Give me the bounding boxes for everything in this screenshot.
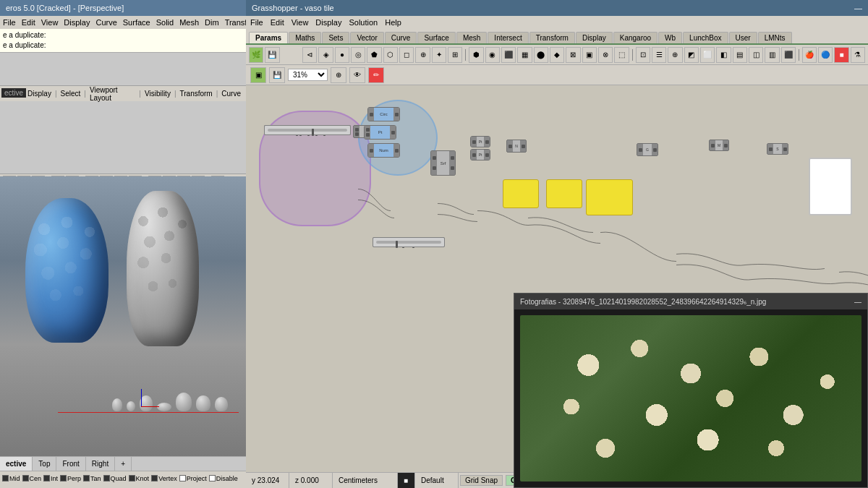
gh-icon-19[interactable]: ⊗ xyxy=(598,47,613,63)
gh-close-icon[interactable]: — xyxy=(854,4,862,12)
slider-b3[interactable] xyxy=(373,237,445,247)
menu-dimension[interactable]: Dim xyxy=(205,18,219,27)
gh-menu-view[interactable]: View xyxy=(292,18,309,27)
gh-icon-7[interactable]: ◻ xyxy=(399,47,414,63)
gh-icon-6[interactable]: ⬡ xyxy=(383,47,398,63)
gh-tab-user[interactable]: User xyxy=(729,32,757,43)
snap-knot[interactable]: Knot xyxy=(129,475,150,482)
gh-tab-lmnts[interactable]: LMNts xyxy=(758,32,792,43)
gh-zoom-fit[interactable]: ▣ xyxy=(250,67,266,83)
node-blue-1[interactable]: Circ xyxy=(367,107,400,121)
vp-tab-add[interactable]: + xyxy=(115,457,132,471)
gh-tab-sets[interactable]: Sets xyxy=(322,32,349,43)
gh-icon-16[interactable]: ◆ xyxy=(550,47,564,63)
gh-icon-25[interactable]: ⬜ xyxy=(700,47,715,63)
gh-icon-15[interactable]: ⬤ xyxy=(534,47,548,63)
gh-nav-btn[interactable]: ⊕ xyxy=(331,67,346,83)
gh-menu-help[interactable]: Help xyxy=(385,18,401,27)
gh-tab-mesh[interactable]: Mesh xyxy=(456,32,487,43)
gh-tab-display[interactable]: Display xyxy=(576,32,613,43)
gh-icon-27[interactable]: ▤ xyxy=(733,47,747,63)
tb1-viewport[interactable]: Viewport Layout xyxy=(90,86,135,102)
menu-edit[interactable]: Edit xyxy=(22,18,35,27)
gh-icon-13[interactable]: ⬛ xyxy=(501,47,516,63)
number-node-1[interactable] xyxy=(503,179,539,208)
gh-tab-intersect[interactable]: Intersect xyxy=(488,32,528,43)
gh-icon-12[interactable]: ◉ xyxy=(485,47,500,63)
gh-icon-2[interactable]: ◈ xyxy=(318,47,333,63)
gh-tab-kangaroo[interactable]: Kangaroo xyxy=(613,32,658,43)
gh-icon-28[interactable]: ◫ xyxy=(749,47,763,63)
gh-icon-20[interactable]: ⬚ xyxy=(614,47,629,63)
menu-curve[interactable]: Curve xyxy=(95,18,116,27)
gh-tab-transform[interactable]: Transform xyxy=(529,32,575,43)
gh-btn-bake[interactable]: 🌿 xyxy=(249,47,263,63)
gh-icon-31[interactable]: 🍎 xyxy=(802,47,817,63)
gh-save-btn[interactable]: 💾 xyxy=(269,67,285,83)
gh-icon-red[interactable]: ■ xyxy=(834,47,848,63)
white-output-node[interactable] xyxy=(809,158,852,215)
snap-project[interactable]: Project xyxy=(179,475,207,482)
gh-icon-4[interactable]: ◎ xyxy=(351,47,365,63)
snap-perp[interactable]: Perp xyxy=(60,475,81,482)
gh-tab-curve[interactable]: Curve xyxy=(385,32,417,43)
gh-icon-9[interactable]: ✦ xyxy=(432,47,446,63)
btn-grid-snap[interactable]: Grid Snap xyxy=(460,475,503,486)
tb1-display[interactable]: Display xyxy=(27,90,51,98)
gh-menu-solution[interactable]: Solution xyxy=(349,18,378,27)
gh-tab-lunchbox[interactable]: LunchBox xyxy=(683,32,728,43)
tb1-transform[interactable]: Transform xyxy=(180,90,213,98)
snap-vertex[interactable]: Vertex xyxy=(151,475,177,482)
snap-mid[interactable]: Mid xyxy=(2,475,20,482)
snap-int[interactable]: Int xyxy=(43,475,58,482)
gh-tab-surface[interactable]: Surface xyxy=(417,32,455,43)
gh-icon-17[interactable]: ⊠ xyxy=(566,47,580,63)
menu-view[interactable]: View xyxy=(41,18,59,27)
image-close-btn[interactable]: — xyxy=(854,298,861,306)
gh-tab-maths[interactable]: Maths xyxy=(289,32,321,43)
gh-btn-save[interactable]: 💾 xyxy=(265,47,279,63)
snap-tan[interactable]: Tan xyxy=(83,475,101,482)
gh-eye-btn[interactable]: 👁 xyxy=(349,67,365,83)
gh-icon-3[interactable]: ● xyxy=(335,47,349,63)
snap-disable[interactable]: Disable xyxy=(209,475,238,482)
gh-menu-file[interactable]: File xyxy=(250,18,263,27)
tb1-visibility[interactable]: Visibility xyxy=(145,90,171,98)
gh-icon-29[interactable]: ▥ xyxy=(765,47,779,63)
gh-icon-1[interactable]: ⊲ xyxy=(302,47,317,63)
gh-icon-26[interactable]: ◧ xyxy=(716,47,731,63)
gh-icon-23[interactable]: ⊕ xyxy=(668,47,682,63)
snap-quad[interactable]: Quad xyxy=(103,475,127,482)
node-fr-3[interactable]: G xyxy=(637,143,658,156)
tb1-select[interactable]: Select xyxy=(61,90,81,98)
gh-icon-11[interactable]: ⬢ xyxy=(469,47,483,63)
gh-icon-5[interactable]: ⬟ xyxy=(367,47,381,63)
gh-pencil-btn[interactable]: ✏ xyxy=(368,67,384,83)
gh-tab-wb[interactable]: Wb xyxy=(658,32,682,43)
tb1-curve[interactable]: Curve xyxy=(221,90,241,98)
gh-icon-8[interactable]: ⊕ xyxy=(415,47,430,63)
vp-tab-top[interactable]: Top xyxy=(33,457,56,471)
gh-tab-vector[interactable]: Vector xyxy=(350,32,383,43)
slider-6[interactable] xyxy=(264,125,351,135)
vp-tab-right[interactable]: Right xyxy=(86,457,115,471)
node-r-5[interactable]: N xyxy=(506,140,527,153)
gh-icon-24[interactable]: ◩ xyxy=(684,47,699,63)
number-node-2[interactable] xyxy=(546,179,582,208)
menu-surface[interactable]: Surface xyxy=(123,18,150,27)
gh-tab-params[interactable]: Params xyxy=(249,32,288,43)
menu-display[interactable]: Display xyxy=(64,18,90,27)
menu-solid[interactable]: Solid xyxy=(156,18,174,27)
gh-icon-33[interactable]: ⚗ xyxy=(851,47,865,63)
node-blue-3[interactable]: Num xyxy=(367,143,400,158)
node-mid-2[interactable]: Srf xyxy=(430,150,456,176)
gh-icon-10[interactable]: ⊞ xyxy=(448,47,462,63)
menu-file[interactable]: File xyxy=(3,18,16,27)
viewport-3d[interactable] xyxy=(0,176,246,456)
node-blue-2[interactable]: Pt xyxy=(364,125,396,140)
number-node-3[interactable] xyxy=(586,179,633,215)
gh-menu-display[interactable]: Display xyxy=(315,18,341,27)
gh-icon-32[interactable]: 🔵 xyxy=(818,47,833,63)
snap-cen[interactable]: Cen xyxy=(22,475,42,482)
gh-zoom-select[interactable]: 31% 50% 100% xyxy=(288,69,328,81)
